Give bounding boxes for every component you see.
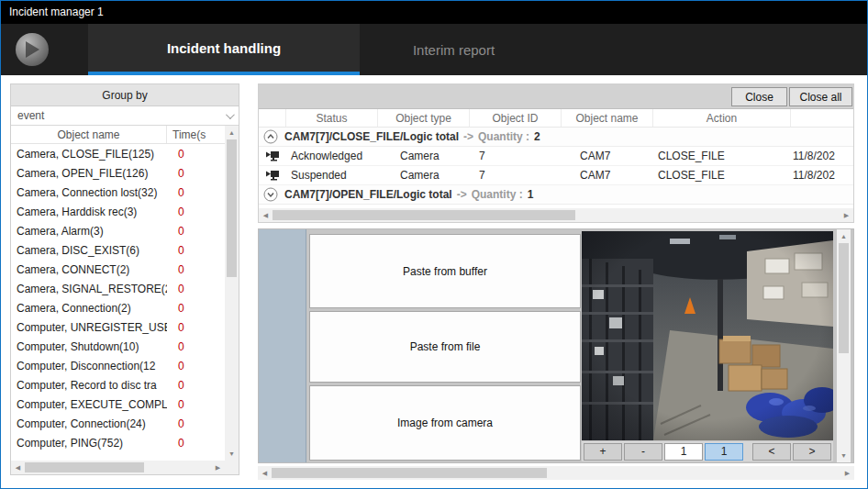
event-name: Camera, Connection(2) — [11, 302, 167, 315]
next-image-button[interactable]: > — [793, 443, 831, 461]
scroll-left-icon[interactable]: ◀ — [259, 208, 273, 222]
column-action[interactable]: Action — [653, 109, 791, 127]
paste-from-file-button[interactable]: Paste from file — [309, 311, 581, 383]
list-item[interactable]: Computer, Connection(24) 0 — [11, 414, 225, 433]
column-date[interactable] — [791, 109, 853, 127]
hscroll-thumb[interactable] — [273, 210, 575, 220]
incident-table-hscrollbar[interactable]: ◀ ▶ — [259, 208, 853, 222]
group-arrow: -> — [463, 130, 473, 143]
list-item[interactable]: Camera, Harddisk rec(3) 0 — [11, 202, 225, 221]
group-row-close-file[interactable]: CAM7[7]/CLOSE_FILE/Logic total -> Quanti… — [259, 128, 853, 147]
cell-date: 11/8/202 — [791, 150, 853, 162]
hscroll-thumb[interactable] — [272, 468, 547, 478]
list-item[interactable]: Computer, Record to disc tra 0 — [11, 375, 225, 395]
vscroll-thumb[interactable] — [227, 139, 237, 277]
scroll-right-icon[interactable]: ▶ — [840, 466, 854, 480]
prev-image-button[interactable]: < — [752, 443, 791, 461]
event-list-vscrollbar[interactable]: ▲ ▼ — [225, 126, 239, 461]
cell-status: Acknowledged — [286, 150, 378, 162]
list-item[interactable]: Computer, EXECUTE_COMPL 0 — [11, 395, 225, 414]
event-count: 0 — [167, 206, 225, 218]
list-item[interactable]: Camera, CLOSE_FILE(125) 0 — [11, 144, 225, 163]
list-item[interactable]: Computer, Disconnection(12 0 — [11, 356, 225, 375]
scroll-right-icon[interactable]: ▶ — [211, 461, 225, 474]
paste-from-buffer-button[interactable]: Paste from buffer — [309, 234, 581, 308]
group-title: CAM7[7]/OPEN_FILE/Logic total — [284, 188, 452, 201]
cell-date: 11/8/202 — [791, 169, 853, 182]
list-item[interactable]: Camera, Connection(2) 0 — [11, 298, 225, 317]
group-quantity-value: 1 — [528, 188, 534, 201]
column-object-type[interactable]: Object type — [378, 109, 470, 127]
scroll-left-icon[interactable]: ◀ — [258, 466, 272, 480]
cell-object-id: 7 — [470, 150, 562, 162]
event-name: Computer, EXECUTE_COMPL — [11, 398, 167, 411]
zoom-in-button[interactable]: + — [584, 443, 622, 461]
scroll-up-icon[interactable]: ▲ — [225, 126, 239, 139]
vscroll-thumb[interactable] — [839, 243, 849, 353]
list-item[interactable]: Camera, Alarm(3) 0 — [11, 221, 225, 240]
event-list-header: Object name Time(s — [11, 126, 225, 144]
event-name: Camera, Alarm(3) — [11, 225, 167, 238]
cell-status: Suspended — [286, 169, 378, 182]
column-icon — [259, 109, 286, 127]
cell-object-type: Camera — [378, 150, 470, 162]
tab-interim-report[interactable]: Interim report — [360, 24, 548, 75]
scroll-down-icon[interactable]: ▼ — [837, 449, 851, 462]
incident-row[interactable]: Acknowledged Camera 7 CAM7 CLOSE_FILE 11… — [259, 147, 853, 166]
cell-object-name: CAM7 — [562, 169, 653, 182]
zoom-out-button[interactable]: - — [624, 443, 662, 461]
side-strip — [259, 229, 306, 462]
event-count: 0 — [167, 244, 225, 257]
event-list-hscrollbar[interactable]: ◀ ▶ — [11, 461, 225, 474]
scroll-left-icon[interactable]: ◀ — [11, 461, 25, 474]
list-item[interactable]: Camera, Connection lost(32) 0 — [11, 183, 225, 202]
hscroll-thumb[interactable] — [25, 462, 144, 472]
cell-action: CLOSE_FILE — [653, 169, 791, 182]
expand-icon[interactable] — [263, 187, 278, 202]
image-from-camera-button[interactable]: Image from camera — [309, 385, 581, 461]
group-quantity-value: 2 — [534, 130, 540, 143]
event-name: Computer, Connection(24) — [11, 417, 167, 430]
event-name: Camera, CONNECT(2) — [11, 263, 167, 276]
group-by-panel: Group by event Object name Time(s Camera… — [10, 83, 239, 475]
group-quantity-label: Quantity : — [478, 130, 529, 143]
event-count: 0 — [167, 360, 225, 372]
action-panel-hscrollbar[interactable]: ◀ ▶ — [258, 466, 854, 480]
event-count: 0 — [167, 437, 225, 450]
chevron-down-icon — [226, 110, 235, 119]
column-object-name[interactable]: Object name — [11, 126, 167, 143]
group-by-select[interactable]: event — [11, 106, 239, 126]
close-all-button[interactable]: Close all — [789, 87, 852, 106]
list-item[interactable]: Camera, DISC_EXIST(6) 0 — [11, 240, 225, 260]
list-item[interactable]: Camera, SIGNAL_RESTORE(2 0 — [11, 279, 225, 298]
incident-row[interactable]: Suspended Camera 7 CAM7 CLOSE_FILE 11/8/… — [259, 166, 853, 185]
close-button[interactable]: Close — [731, 87, 787, 106]
event-name: Camera, SIGNAL_RESTORE(2 — [11, 283, 167, 295]
event-name: Camera, Connection lost(32) — [11, 186, 167, 199]
collapse-icon[interactable] — [263, 129, 278, 144]
event-rows: Camera, CLOSE_FILE(125) 0 Camera, OPEN_F… — [11, 144, 225, 452]
scroll-right-icon[interactable]: ▶ — [840, 208, 853, 222]
event-name: Computer, Record to disc tra — [11, 379, 167, 392]
list-item[interactable]: Computer, UNREGISTER_USE 0 — [11, 317, 225, 337]
page-current-field[interactable]: 1 — [664, 443, 703, 461]
scroll-up-icon[interactable]: ▲ — [837, 229, 851, 243]
list-item[interactable]: Camera, OPEN_FILE(126) 0 — [11, 163, 225, 183]
list-item[interactable]: Computer, PING(752) 0 — [11, 433, 225, 452]
action-panel-vscrollbar[interactable]: ▲ ▼ — [837, 229, 851, 462]
column-object-id[interactable]: Object ID — [470, 109, 562, 127]
action-panel: Paste from buffer Paste from file Image … — [258, 228, 854, 463]
page-total-field[interactable]: 1 — [705, 443, 743, 461]
scroll-down-icon[interactable]: ▼ — [225, 447, 239, 461]
column-object-name[interactable]: Object name — [562, 109, 653, 127]
tab-incident-handling[interactable]: Incident handling — [88, 24, 360, 75]
list-item[interactable]: Computer, Shutdown(10) 0 — [11, 337, 225, 356]
group-row-open-file[interactable]: CAM7[7]/OPEN_FILE/Logic total -> Quantit… — [259, 185, 853, 205]
event-count: 0 — [167, 321, 225, 334]
column-time[interactable]: Time(s — [167, 126, 225, 143]
list-item[interactable]: Camera, CONNECT(2) 0 — [11, 260, 225, 279]
event-count: 0 — [167, 225, 225, 238]
incident-table-panel: Close Close all Status Object type Objec… — [258, 83, 854, 223]
column-status[interactable]: Status — [286, 109, 378, 127]
group-by-label: Group by — [11, 84, 239, 106]
